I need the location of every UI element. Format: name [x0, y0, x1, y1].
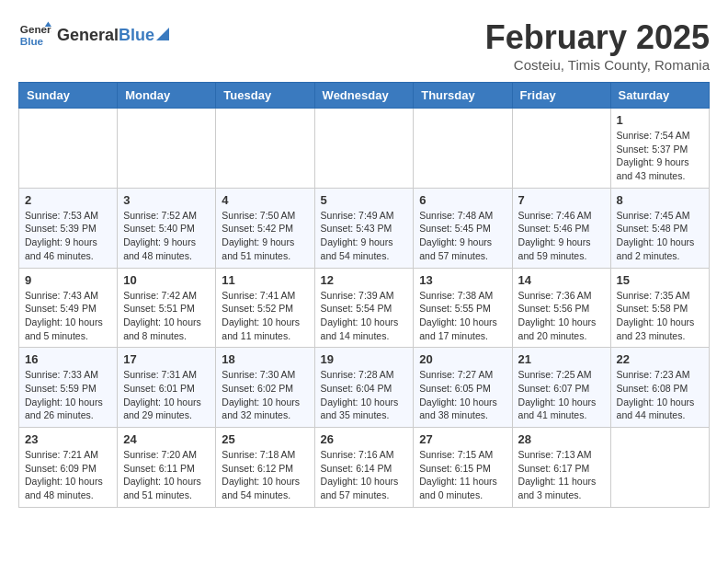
calendar-cell: 6Sunrise: 7:48 AM Sunset: 5:45 PM Daylig…: [414, 188, 512, 268]
day-number: 2: [25, 193, 111, 207]
day-number: 6: [419, 193, 506, 207]
day-number: 4: [222, 193, 308, 207]
title-area: February 2025 Costeiu, Timis County, Rom…: [485, 18, 710, 73]
calendar-cell: 1Sunrise: 7:54 AM Sunset: 5:37 PM Daylig…: [610, 109, 709, 189]
day-number: 25: [222, 432, 308, 446]
calendar-cell: [216, 109, 314, 189]
calendar-cell: 23Sunrise: 7:21 AM Sunset: 6:09 PM Dayli…: [19, 428, 118, 508]
day-info: Sunrise: 7:54 AM Sunset: 5:37 PM Dayligh…: [617, 129, 703, 183]
logo-triangle-icon: [156, 28, 169, 40]
day-number: 9: [25, 273, 111, 287]
day-info: Sunrise: 7:18 AM Sunset: 6:12 PM Dayligh…: [222, 448, 308, 502]
day-info: Sunrise: 7:23 AM Sunset: 6:08 PM Dayligh…: [617, 368, 703, 422]
calendar-cell: 18Sunrise: 7:30 AM Sunset: 6:02 PM Dayli…: [216, 348, 314, 428]
calendar-cell: 4Sunrise: 7:50 AM Sunset: 5:42 PM Daylig…: [216, 188, 314, 268]
day-number: 7: [518, 193, 605, 207]
day-number: 18: [222, 352, 308, 366]
calendar-cell: [19, 109, 118, 189]
week-row-5: 23Sunrise: 7:21 AM Sunset: 6:09 PM Dayli…: [19, 428, 710, 508]
calendar-cell: 26Sunrise: 7:16 AM Sunset: 6:14 PM Dayli…: [314, 428, 414, 508]
week-row-4: 16Sunrise: 7:33 AM Sunset: 5:59 PM Dayli…: [19, 348, 710, 428]
day-number: 22: [617, 352, 703, 366]
day-info: Sunrise: 7:52 AM Sunset: 5:40 PM Dayligh…: [123, 209, 210, 263]
calendar-cell: 20Sunrise: 7:27 AM Sunset: 6:05 PM Dayli…: [414, 348, 512, 428]
page-header: General Blue General Blue February 2025 …: [18, 18, 710, 73]
calendar-cell: 24Sunrise: 7:20 AM Sunset: 6:11 PM Dayli…: [118, 428, 216, 508]
day-info: Sunrise: 7:48 AM Sunset: 5:45 PM Dayligh…: [419, 209, 506, 263]
day-info: Sunrise: 7:41 AM Sunset: 5:52 PM Dayligh…: [222, 289, 308, 343]
day-number: 17: [123, 352, 210, 366]
calendar-cell: 7Sunrise: 7:46 AM Sunset: 5:46 PM Daylig…: [512, 188, 610, 268]
svg-marker-3: [156, 28, 169, 40]
weekday-header-tuesday: Tuesday: [216, 83, 314, 109]
day-info: Sunrise: 7:43 AM Sunset: 5:49 PM Dayligh…: [25, 289, 111, 343]
day-number: 12: [321, 273, 408, 287]
calendar-cell: 28Sunrise: 7:13 AM Sunset: 6:17 PM Dayli…: [512, 428, 610, 508]
day-info: Sunrise: 7:31 AM Sunset: 6:01 PM Dayligh…: [123, 368, 210, 422]
day-info: Sunrise: 7:36 AM Sunset: 5:56 PM Dayligh…: [518, 289, 605, 343]
calendar-cell: [414, 109, 512, 189]
day-info: Sunrise: 7:39 AM Sunset: 5:54 PM Dayligh…: [321, 289, 408, 343]
calendar-cell: 17Sunrise: 7:31 AM Sunset: 6:01 PM Dayli…: [118, 348, 216, 428]
logo: General Blue General Blue: [18, 18, 169, 52]
day-info: Sunrise: 7:45 AM Sunset: 5:48 PM Dayligh…: [617, 209, 703, 263]
day-number: 24: [123, 432, 210, 446]
weekday-header-thursday: Thursday: [414, 83, 512, 109]
calendar-cell: 12Sunrise: 7:39 AM Sunset: 5:54 PM Dayli…: [314, 268, 414, 348]
day-info: Sunrise: 7:15 AM Sunset: 6:15 PM Dayligh…: [419, 448, 506, 502]
day-number: 13: [419, 273, 506, 287]
calendar-cell: 3Sunrise: 7:52 AM Sunset: 5:40 PM Daylig…: [118, 188, 216, 268]
day-number: 20: [419, 352, 506, 366]
weekday-header-sunday: Sunday: [19, 83, 118, 109]
logo-blue: Blue: [119, 26, 154, 45]
day-info: Sunrise: 7:30 AM Sunset: 6:02 PM Dayligh…: [222, 368, 308, 422]
calendar-cell: 8Sunrise: 7:45 AM Sunset: 5:48 PM Daylig…: [610, 188, 709, 268]
calendar-cell: 22Sunrise: 7:23 AM Sunset: 6:08 PM Dayli…: [610, 348, 709, 428]
day-number: 8: [617, 193, 703, 207]
svg-text:Blue: Blue: [20, 35, 44, 47]
day-info: Sunrise: 7:13 AM Sunset: 6:17 PM Dayligh…: [518, 448, 605, 502]
calendar-cell: 21Sunrise: 7:25 AM Sunset: 6:07 PM Dayli…: [512, 348, 610, 428]
day-number: 23: [25, 432, 111, 446]
day-number: 15: [617, 273, 703, 287]
day-number: 28: [518, 432, 605, 446]
day-info: Sunrise: 7:28 AM Sunset: 6:04 PM Dayligh…: [321, 368, 408, 422]
day-number: 14: [518, 273, 605, 287]
calendar-cell: 19Sunrise: 7:28 AM Sunset: 6:04 PM Dayli…: [314, 348, 414, 428]
day-info: Sunrise: 7:46 AM Sunset: 5:46 PM Dayligh…: [518, 209, 605, 263]
calendar-cell: [118, 109, 216, 189]
day-info: Sunrise: 7:38 AM Sunset: 5:55 PM Dayligh…: [419, 289, 506, 343]
calendar-cell: 5Sunrise: 7:49 AM Sunset: 5:43 PM Daylig…: [314, 188, 414, 268]
calendar-cell: 16Sunrise: 7:33 AM Sunset: 5:59 PM Dayli…: [19, 348, 118, 428]
day-number: 10: [123, 273, 210, 287]
day-number: 16: [25, 352, 111, 366]
day-info: Sunrise: 7:21 AM Sunset: 6:09 PM Dayligh…: [25, 448, 111, 502]
calendar-cell: [314, 109, 414, 189]
logo-icon: General Blue: [18, 18, 51, 52]
day-number: 27: [419, 432, 506, 446]
day-info: Sunrise: 7:49 AM Sunset: 5:43 PM Dayligh…: [321, 209, 408, 263]
calendar-subtitle: Costeiu, Timis County, Romania: [485, 57, 710, 73]
calendar-cell: 14Sunrise: 7:36 AM Sunset: 5:56 PM Dayli…: [512, 268, 610, 348]
calendar-cell: 2Sunrise: 7:53 AM Sunset: 5:39 PM Daylig…: [19, 188, 118, 268]
calendar-cell: 9Sunrise: 7:43 AM Sunset: 5:49 PM Daylig…: [19, 268, 118, 348]
calendar-title: February 2025: [485, 18, 710, 57]
day-info: Sunrise: 7:42 AM Sunset: 5:51 PM Dayligh…: [123, 289, 210, 343]
day-number: 21: [518, 352, 605, 366]
logo-general: General: [57, 26, 119, 45]
day-info: Sunrise: 7:27 AM Sunset: 6:05 PM Dayligh…: [419, 368, 506, 422]
week-row-2: 2Sunrise: 7:53 AM Sunset: 5:39 PM Daylig…: [19, 188, 710, 268]
weekday-header-saturday: Saturday: [610, 83, 709, 109]
day-info: Sunrise: 7:16 AM Sunset: 6:14 PM Dayligh…: [321, 448, 408, 502]
calendar-cell: [610, 428, 709, 508]
day-info: Sunrise: 7:35 AM Sunset: 5:58 PM Dayligh…: [617, 289, 703, 343]
week-row-1: 1Sunrise: 7:54 AM Sunset: 5:37 PM Daylig…: [19, 109, 710, 189]
day-number: 5: [321, 193, 408, 207]
calendar-cell: 13Sunrise: 7:38 AM Sunset: 5:55 PM Dayli…: [414, 268, 512, 348]
day-number: 3: [123, 193, 210, 207]
calendar-cell: 27Sunrise: 7:15 AM Sunset: 6:15 PM Dayli…: [414, 428, 512, 508]
day-number: 11: [222, 273, 308, 287]
day-info: Sunrise: 7:50 AM Sunset: 5:42 PM Dayligh…: [222, 209, 308, 263]
day-number: 19: [321, 352, 408, 366]
calendar-cell: 15Sunrise: 7:35 AM Sunset: 5:58 PM Dayli…: [610, 268, 709, 348]
